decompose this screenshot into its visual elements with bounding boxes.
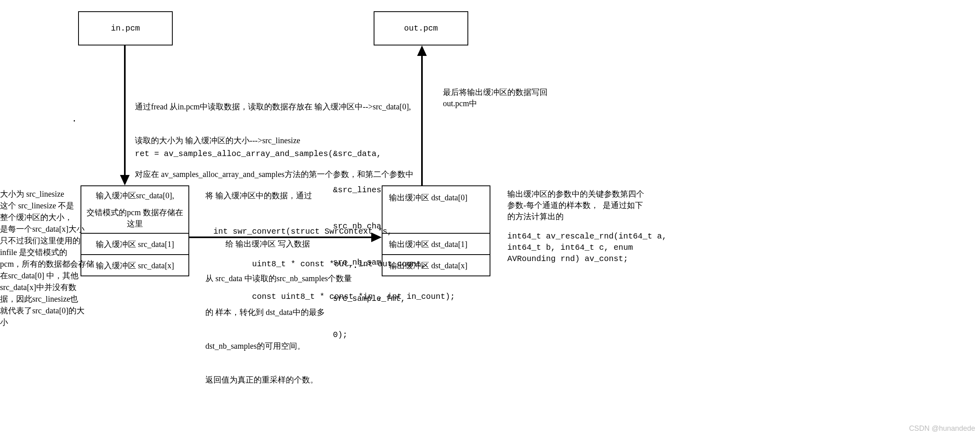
svg-marker-1: [120, 175, 130, 185]
box-src-data-1: 输入缓冲区 src_data[1]: [81, 233, 189, 255]
box-out-pcm: out.pcm: [374, 11, 468, 45]
box-in-pcm: in.pcm: [78, 11, 173, 45]
arrow-dst-to-out: [418, 45, 426, 185]
diagram-canvas: in.pcm out.pcm 通过fread 从in.pcm中读取数据，读取的数…: [0, 0, 980, 436]
stray-mark-3: .: [353, 259, 358, 271]
stray-mark-1: .: [72, 113, 77, 125]
src0-l2: 交错模式的pcm 数据存储在这里: [86, 207, 184, 229]
watermark: CSDN @hunandede: [909, 424, 975, 434]
text-write-back: 最后将输出缓冲区的数据写回 out.pcm中: [443, 86, 548, 109]
box-src-data-x: 输入缓冲区 src_data[x]: [81, 254, 189, 276]
fread-l1: 通过fread 从in.pcm中读取数据，读取的数据存放在 输入缓冲区中-->s…: [135, 101, 414, 112]
box-src-data-0: 输入缓冲区src_data[0], 交错模式的pcm 数据存储在这里: [81, 185, 189, 234]
stray-mark-2: .: [44, 208, 50, 220]
src0-l1: 输入缓冲区src_data[0],: [96, 190, 174, 201]
text-swr-convert-intro: 将 输入缓冲区中的数据，通过: [205, 190, 312, 201]
label-in-pcm: in.pcm: [111, 23, 140, 34]
text-write-to-dst: 给 输出缓冲区 写入数据: [225, 238, 310, 249]
label-out-pcm: out.pcm: [404, 23, 438, 34]
text-dst-params-note: 输出缓冲区的参数中的关键参数第四个 参数-每个通道的样本数， 是通过如下 的方法…: [507, 188, 644, 222]
code-av-rescale-rnd: int64_t av_rescale_rnd(int64_t a, int64_…: [507, 231, 667, 265]
svg-marker-3: [417, 45, 427, 56]
text-swr-convert-detail: 从 src_data 中读取的src_nb_samples个数量 的 样本，转化…: [205, 250, 352, 408]
arrow-in-to-src: [121, 45, 129, 185]
